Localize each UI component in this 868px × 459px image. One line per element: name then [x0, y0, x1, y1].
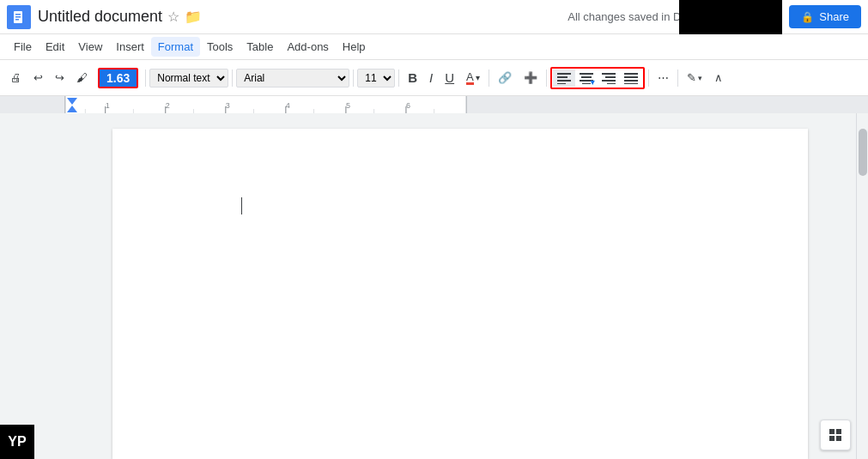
align-left-button[interactable]: [553, 69, 575, 87]
black-block: [679, 0, 782, 34]
svg-text:1: 1: [106, 101, 110, 110]
link-button[interactable]: 🔗: [493, 68, 517, 88]
align-right-button[interactable]: [598, 69, 620, 87]
svg-rect-18: [624, 80, 638, 82]
undo-button[interactable]: ↩: [28, 68, 48, 88]
svg-rect-13: [605, 76, 616, 78]
svg-rect-19: [624, 83, 638, 84]
sep8: [677, 69, 678, 87]
svg-rect-7: [557, 83, 566, 84]
lock-icon: 🔒: [801, 11, 814, 23]
yp-logo: YP: [0, 425, 34, 459]
svg-rect-44: [836, 436, 841, 441]
page-container: [64, 113, 856, 459]
zoom-control[interactable]: 1.63: [98, 68, 138, 88]
ruler: 1 2 3 4 5 6: [0, 96, 868, 113]
more-options-button[interactable]: ⋯: [653, 68, 674, 88]
document-area: YP: [0, 113, 868, 459]
menu-file[interactable]: File: [7, 37, 39, 57]
svg-rect-1: [15, 14, 21, 15]
svg-text:4: 4: [286, 101, 290, 110]
svg-rect-6: [557, 80, 571, 82]
underline-button[interactable]: U: [440, 67, 459, 88]
sep2: [232, 69, 233, 87]
menu-view[interactable]: View: [71, 37, 109, 57]
sep3: [353, 69, 354, 87]
svg-rect-15: [607, 83, 616, 84]
navigate-button[interactable]: [820, 420, 851, 450]
menu-tools[interactable]: Tools: [200, 37, 240, 57]
ruler-main: 1 2 3 4 5 6: [64, 96, 467, 113]
svg-text:5: 5: [346, 101, 350, 110]
svg-text:6: 6: [406, 101, 410, 110]
menu-edit[interactable]: Edit: [39, 37, 71, 57]
ruler-left: [0, 96, 64, 113]
sep7: [648, 69, 649, 87]
document-page[interactable]: [112, 129, 808, 459]
paint-format-button[interactable]: 🖌: [71, 68, 93, 88]
share-button[interactable]: 🔒 Share: [789, 5, 861, 28]
paragraph-style-select[interactable]: Normal text Heading 1 Heading 2: [149, 69, 228, 88]
insert-comment-button[interactable]: ➕: [519, 68, 543, 88]
svg-rect-14: [602, 80, 616, 82]
svg-rect-16: [624, 73, 638, 75]
collapse-button[interactable]: ∧: [709, 68, 728, 88]
italic-button[interactable]: I: [424, 67, 438, 88]
font-name-select[interactable]: Arial Times New Roman: [236, 69, 349, 88]
text-color-button[interactable]: A▾: [461, 68, 485, 88]
svg-rect-17: [624, 76, 638, 78]
svg-rect-8: [580, 73, 593, 75]
menu-format[interactable]: Format: [151, 37, 200, 57]
svg-rect-43: [829, 436, 835, 441]
menu-bar: File Edit View Insert Format Tools Table…: [0, 34, 868, 60]
print-button[interactable]: 🖨: [5, 68, 27, 88]
menu-addons[interactable]: Add-ons: [280, 37, 335, 57]
sep6: [546, 69, 547, 87]
ruler-right: [467, 96, 868, 113]
text-cursor: [241, 197, 242, 214]
menu-help[interactable]: Help: [336, 37, 373, 57]
align-justify-button[interactable]: [620, 69, 642, 87]
scrollbar[interactable]: [856, 113, 868, 459]
font-size-select[interactable]: 11 10 12 14: [357, 69, 395, 88]
svg-text:3: 3: [226, 101, 230, 110]
left-margin: [0, 113, 64, 459]
doc-title[interactable]: Untitled document: [38, 8, 162, 26]
svg-rect-41: [829, 429, 835, 434]
redo-button[interactable]: ↪: [50, 68, 70, 88]
star-icon[interactable]: ☆: [167, 9, 179, 25]
svg-rect-12: [602, 73, 616, 75]
alignment-group: ▼: [550, 67, 645, 89]
align-center-button[interactable]: ▼: [575, 69, 598, 87]
svg-rect-42: [836, 429, 841, 434]
folder-icon[interactable]: 📁: [185, 9, 202, 25]
menu-table[interactable]: Table: [240, 37, 280, 57]
scrollbar-thumb[interactable]: [859, 129, 867, 176]
svg-rect-2: [15, 16, 21, 18]
svg-rect-5: [557, 76, 568, 78]
sep5: [489, 69, 489, 87]
menu-insert[interactable]: Insert: [109, 37, 151, 57]
toolbar: 🖨 ↩ ↪ 🖌 1.63 Normal text Heading 1 Headi…: [0, 60, 868, 96]
svg-rect-4: [557, 73, 571, 75]
sep1: [145, 69, 146, 87]
svg-text:2: 2: [166, 101, 170, 110]
edit-mode-button[interactable]: ✎ ▾: [682, 68, 707, 88]
svg-rect-3: [15, 19, 19, 21]
bold-button[interactable]: B: [403, 67, 422, 88]
sep4: [398, 69, 399, 87]
app-logo: [7, 5, 31, 29]
